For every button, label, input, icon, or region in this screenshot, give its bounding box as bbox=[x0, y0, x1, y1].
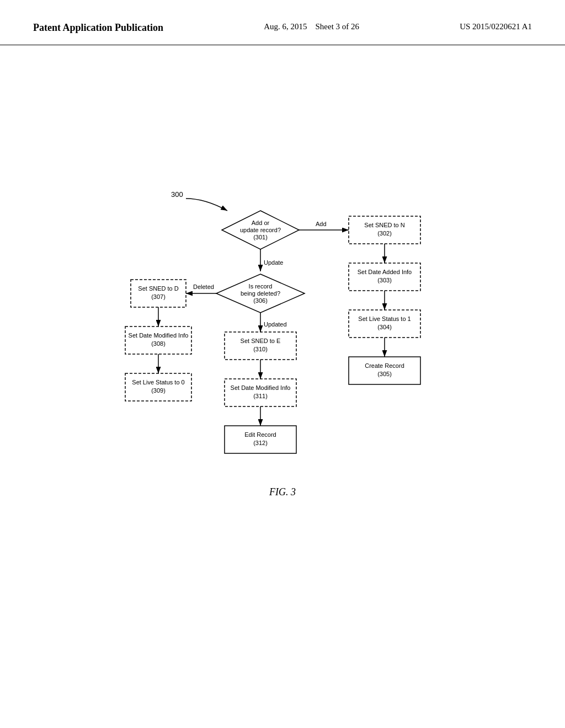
svg-text:Add or: Add or bbox=[252, 220, 270, 226]
svg-text:(307): (307) bbox=[151, 293, 166, 300]
start-arrow bbox=[186, 199, 227, 211]
svg-text:(310): (310) bbox=[253, 346, 268, 352]
svg-text:(311): (311) bbox=[253, 393, 268, 399]
page-header: Patent Application Publication Aug. 6, 2… bbox=[0, 0, 565, 45]
svg-text:Set Date Modified Info: Set Date Modified Info bbox=[129, 332, 189, 339]
svg-text:Is record: Is record bbox=[249, 283, 273, 290]
svg-text:(312): (312) bbox=[253, 440, 268, 446]
svg-text:Set Live Status to 1: Set Live Status to 1 bbox=[358, 315, 411, 322]
header-date-sheet: Aug. 6, 2015 Sheet 3 of 26 bbox=[264, 22, 359, 31]
start-label: 300 bbox=[171, 190, 183, 199]
svg-text:Set Date Added Info: Set Date Added Info bbox=[358, 269, 412, 275]
svg-text:Set SNED to N: Set SNED to N bbox=[364, 222, 404, 228]
svg-text:Set SNED to D: Set SNED to D bbox=[138, 285, 178, 292]
svg-text:(305): (305) bbox=[377, 371, 392, 377]
svg-text:Set Live Status to 0: Set Live Status to 0 bbox=[132, 379, 184, 386]
svg-text:(303): (303) bbox=[377, 277, 392, 283]
svg-text:(301): (301) bbox=[253, 234, 268, 240]
svg-text:being deleted?: being deleted? bbox=[241, 290, 280, 297]
svg-text:Edit Record: Edit Record bbox=[244, 431, 276, 438]
svg-text:(304): (304) bbox=[377, 324, 392, 330]
diagram-container: 300 Add or update record? (301) Add Set … bbox=[0, 45, 565, 481]
publication-title: Patent Application Publication bbox=[33, 22, 163, 34]
svg-text:Deleted: Deleted bbox=[193, 283, 214, 290]
sheet-info: Sheet 3 of 26 bbox=[315, 22, 359, 31]
svg-text:Update: Update bbox=[264, 259, 283, 266]
svg-text:Updated: Updated bbox=[264, 321, 287, 328]
svg-text:(306): (306) bbox=[253, 297, 268, 304]
svg-text:(309): (309) bbox=[151, 387, 166, 394]
svg-text:Create Record: Create Record bbox=[365, 362, 404, 369]
svg-text:Add: Add bbox=[316, 221, 327, 227]
publication-date: Aug. 6, 2015 bbox=[264, 22, 307, 31]
patent-number: US 2015/0220621 A1 bbox=[460, 22, 532, 31]
svg-text:update record?: update record? bbox=[240, 227, 281, 233]
svg-text:Set SNED to E: Set SNED to E bbox=[241, 338, 281, 344]
svg-text:Set Date Modified Info: Set Date Modified Info bbox=[231, 384, 291, 391]
figure-caption: FIG. 3 bbox=[0, 486, 565, 498]
flowchart-svg: 300 Add or update record? (301) Add Set … bbox=[89, 56, 476, 470]
svg-text:(302): (302) bbox=[377, 230, 392, 237]
svg-text:(308): (308) bbox=[151, 340, 166, 347]
